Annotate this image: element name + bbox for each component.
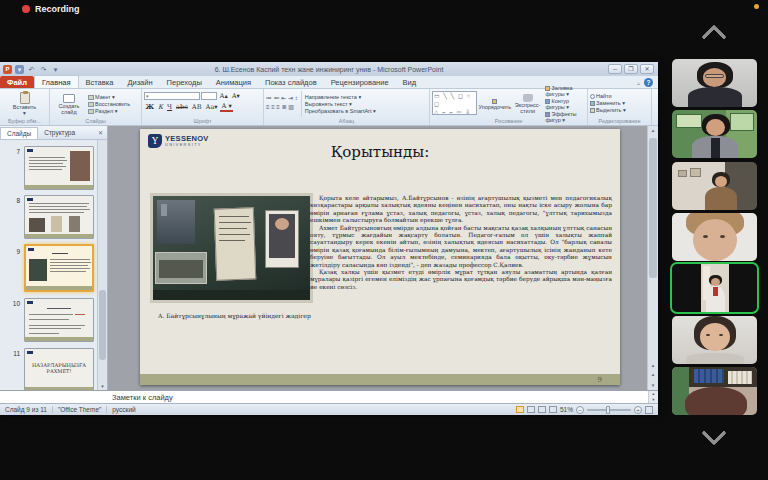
- slide-thumbnail-10[interactable]: [24, 298, 94, 342]
- fit-to-window-icon[interactable]: [645, 406, 653, 414]
- shapes-gallery[interactable]: ▭ ╲ ╲ ◻ ○ ◻ △ ⌐ ⌐ ⇦ ⇩ ◠ ✧ ╲ ◠ { } ☆: [432, 91, 477, 115]
- zoom-out-button[interactable]: −: [576, 406, 584, 414]
- slide-sorter-view-icon[interactable]: [527, 406, 535, 413]
- replace-button[interactable]: Заменить ▾: [590, 100, 649, 106]
- zoom-slider-thumb[interactable]: [606, 406, 610, 414]
- slide-thumbnail-8[interactable]: [24, 195, 94, 239]
- paste-button[interactable]: Вставить▾: [2, 91, 47, 117]
- new-slide-button[interactable]: Создать слайд: [52, 91, 86, 117]
- shape-outline-button[interactable]: Контур фигуры ▾: [545, 98, 585, 110]
- next-slide-icon[interactable]: ▾▾: [648, 381, 658, 390]
- thumb-logo: [27, 198, 33, 201]
- underline-button[interactable]: Ч: [166, 103, 174, 111]
- close-button[interactable]: ✕: [640, 64, 654, 74]
- powerpoint-window: P ▾ ↶ ↷ ▾ 6. Ш.Есенов Каспий техн жане и…: [0, 62, 658, 415]
- select-button[interactable]: Выделить ▾: [590, 107, 649, 113]
- zoom-slider[interactable]: [587, 409, 631, 411]
- scroll-up-icon[interactable]: ▴: [648, 126, 658, 135]
- thumb-logo: [27, 351, 33, 354]
- theme-name[interactable]: "Office Theme": [53, 406, 107, 413]
- slide-number: 9: [598, 376, 602, 384]
- panel-scrollbar[interactable]: ▾: [97, 140, 107, 390]
- alignment-buttons[interactable]: ≡ ≡ ≡ ≣ ▥: [266, 103, 298, 110]
- list-buttons[interactable]: ≔ ≕ ⇤ ⇥ ↕: [266, 94, 298, 101]
- tab-transitions[interactable]: Переходы: [160, 76, 209, 88]
- tab-animations[interactable]: Анимация: [209, 76, 258, 88]
- participant-video-7[interactable]: [672, 367, 757, 415]
- align-text-button[interactable]: Выровнять текст ▾: [305, 101, 376, 107]
- shrink-font-icon[interactable]: А▾: [230, 92, 241, 100]
- slide-title[interactable]: Қорытынды:: [140, 143, 620, 161]
- shape-fill-button[interactable]: Заливка фигуры ▾: [545, 85, 585, 97]
- panel-scroll-thumb[interactable]: [99, 290, 106, 360]
- tab-design[interactable]: Дизайн: [120, 76, 159, 88]
- text-direction-button[interactable]: Направление текста ▾: [305, 94, 376, 100]
- bold-button[interactable]: Ж: [144, 103, 156, 111]
- reading-view-icon[interactable]: [538, 406, 546, 413]
- previous-slide-icon[interactable]: ▴▴: [648, 361, 658, 370]
- editor-scrollbar[interactable]: ▴ ▴▴ ▾▾: [647, 126, 658, 390]
- layout-button[interactable]: Макет ▾: [88, 94, 130, 100]
- slideshow-view-icon[interactable]: [549, 406, 557, 413]
- panel-tab-outline[interactable]: Структура: [38, 127, 81, 138]
- slide-body-text[interactable]: Қорыта келе айтарымыз, А.Байтұрсынов - ө…: [310, 195, 612, 291]
- font-name-select[interactable]: ▾: [144, 92, 200, 100]
- logo-line1: YESSENOV: [165, 134, 209, 143]
- quick-styles-icon: [523, 94, 533, 102]
- normal-view-icon[interactable]: [516, 406, 524, 413]
- zoom-percentage[interactable]: 51%: [560, 406, 573, 413]
- notes-scrollbar[interactable]: ▴▾: [648, 391, 658, 403]
- slide-thumbnail-9-selected[interactable]: [24, 244, 94, 292]
- reset-button[interactable]: Восстановить: [88, 101, 130, 107]
- new-slide-icon: [63, 94, 75, 103]
- participant-video-4[interactable]: [672, 213, 757, 261]
- participants-scroll-up-icon[interactable]: [701, 24, 726, 49]
- restore-button[interactable]: ❐: [624, 64, 638, 74]
- language-indicator[interactable]: русский: [107, 406, 140, 413]
- slide-thumbnail-7[interactable]: [24, 146, 94, 190]
- participants-scroll-down-icon[interactable]: [701, 420, 726, 445]
- minimize-ribbon-icon[interactable]: ▵: [637, 79, 640, 86]
- minimize-button[interactable]: ─: [608, 64, 622, 74]
- grow-font-icon[interactable]: А▴: [218, 92, 229, 100]
- notes-pane[interactable]: Заметки к слайду ▴▾: [0, 390, 658, 403]
- section-button[interactable]: Раздел ▾: [88, 108, 130, 114]
- slide-canvas[interactable]: Y YESSENOV UNIVERSITY Қорытынды:: [140, 129, 620, 385]
- museum-photo[interactable]: [150, 193, 313, 303]
- paragraph-3: Қазақ халқы үшін қызмет етуді өмірлік мұ…: [310, 269, 612, 291]
- scroll-thumb[interactable]: [649, 138, 657, 278]
- tab-slideshow[interactable]: Показ слайдов: [258, 76, 324, 88]
- tab-review[interactable]: Рецензирование: [324, 76, 396, 88]
- photo-caption: А. Байтұрсынұлының мұражай үйіндегі жәді…: [158, 312, 311, 319]
- participant-video-6[interactable]: [672, 316, 757, 364]
- participant-video-3[interactable]: [672, 162, 757, 210]
- panel-close-icon[interactable]: ✕: [98, 129, 107, 136]
- italic-button[interactable]: К: [157, 103, 165, 111]
- strikethrough-button[interactable]: abc: [175, 103, 190, 111]
- menu-dot-icon[interactable]: [754, 4, 759, 9]
- arrange-button[interactable]: Упорядочить: [480, 91, 510, 117]
- paragraph-2: Ахмет Байтұрсыновтың өмірде алдына қойға…: [310, 225, 612, 269]
- help-icon[interactable]: ?: [644, 78, 653, 87]
- change-case-button[interactable]: Аа▾: [204, 103, 219, 111]
- smartart-button[interactable]: Преобразовать в SmartArt ▾: [305, 108, 376, 114]
- tab-home[interactable]: Главная: [34, 75, 79, 88]
- participant-video-1[interactable]: [672, 59, 757, 107]
- tab-file[interactable]: Файл: [0, 76, 34, 88]
- find-button[interactable]: Найти: [590, 93, 649, 99]
- char-spacing-button[interactable]: АВ: [190, 103, 203, 111]
- quick-styles-button[interactable]: Экспресс-стили: [513, 91, 543, 117]
- title-bar[interactable]: P ▾ ↶ ↷ ▾ 6. Ш.Есенов Каспий техн жане и…: [0, 62, 658, 76]
- font-size-select[interactable]: [201, 92, 217, 100]
- slide-thumbnail-11[interactable]: НАЗАРЛАРЫҢЫЗҒА РАХМЕТ!: [24, 348, 94, 392]
- glasses: [705, 74, 724, 78]
- zoom-in-button[interactable]: +: [634, 406, 642, 414]
- tab-view[interactable]: Вид: [396, 76, 424, 88]
- panel-tab-slides[interactable]: Слайды: [0, 127, 38, 139]
- panel-scroll-down-icon[interactable]: ▾: [98, 383, 107, 389]
- participant-video-5-active-speaker[interactable]: [672, 264, 757, 312]
- participant-video-2[interactable]: [672, 110, 757, 158]
- tab-insert[interactable]: Вставка: [79, 76, 121, 88]
- font-color-button[interactable]: А ▾: [220, 102, 233, 112]
- notes-placeholder[interactable]: Заметки к слайду: [0, 393, 173, 402]
